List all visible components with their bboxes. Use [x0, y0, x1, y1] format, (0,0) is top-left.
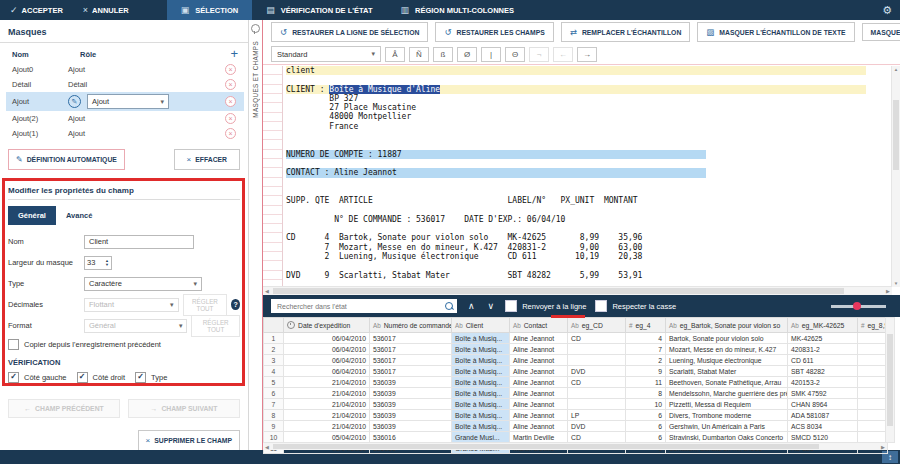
cell[interactable] [568, 399, 626, 410]
cell[interactable] [858, 388, 888, 399]
case-option[interactable]: Respecter la casse [595, 300, 676, 312]
scroll-up-icon[interactable]: ▲ [892, 67, 900, 72]
add-mask-button[interactable]: + [230, 49, 244, 59]
trap-button-[interactable]: Ø [457, 47, 477, 62]
tab-s-lection[interactable]: ▣SÉLECTION [167, 0, 252, 20]
cell[interactable]: Aline Jeannot [510, 366, 568, 377]
cell[interactable] [858, 344, 888, 355]
cell[interactable]: 536016 [370, 432, 452, 443]
cell[interactable] [568, 344, 626, 355]
masque-d-effacement-dropdown[interactable]: MASQUE D'EFFACEMENT▾ [862, 23, 900, 41]
column-header-eg-4[interactable]: #eg_4 [626, 318, 666, 333]
search-box[interactable] [271, 299, 457, 313]
restaurer-la-ligne-de-s-lection-button[interactable]: ↺RESTAURER LA LIGNE DE SÉLECTION [271, 22, 428, 42]
cell[interactable] [858, 377, 888, 388]
cell[interactable]: Grande Musi... [452, 432, 510, 443]
search-input[interactable] [275, 302, 445, 311]
trap-button-[interactable]: | [481, 47, 501, 62]
column-header-client[interactable]: AbClient [452, 318, 510, 333]
column-header-date-d-exp-dition[interactable]: Date d'expédition [284, 318, 370, 333]
trap-button-[interactable]: Θ [505, 47, 525, 62]
table-row[interactable]: 521/04/2010536039Boîte à Musiq...Aline J… [264, 377, 888, 388]
search-previous-button[interactable]: ∧ [466, 301, 477, 311]
cell[interactable]: 536039 [370, 399, 452, 410]
table-row[interactable]: 621/04/2010536039Boîte à Musiq...Aline J… [264, 388, 888, 399]
verification-checkbox[interactable] [8, 372, 19, 383]
cell[interactable]: Aline Jeannot [510, 421, 568, 432]
cell[interactable]: Aline Jeannot [510, 355, 568, 366]
trap-button-[interactable]: → [577, 47, 597, 62]
cell[interactable]: Aline Jeannot [510, 333, 568, 344]
scroll-left-icon[interactable]: ◀ [263, 444, 271, 450]
data-table[interactable]: Date d'expéditionAbNuméro de commandeAbC… [263, 317, 888, 454]
cell[interactable]: SMCD 5120 [788, 432, 858, 443]
cell[interactable]: CD [568, 377, 626, 388]
verification-option[interactable]: Type [135, 371, 167, 383]
mask-row[interactable]: Ajout0Ajout× [6, 62, 244, 77]
trap-button-[interactable]: ß [433, 47, 453, 62]
wrap-option[interactable]: Renvoyer à la ligne [505, 300, 586, 312]
cell[interactable]: DVD [568, 421, 626, 432]
cell[interactable]: 536017 [370, 355, 452, 366]
trap-button-[interactable]: Ñ [409, 47, 429, 62]
table-row[interactable]: 406/04/2010536017Boîte à Musiq...Aline J… [264, 366, 888, 377]
column-header-num-ro-de-commande[interactable]: AbNuméro de commande [370, 318, 452, 333]
cell[interactable]: 6 [626, 421, 666, 432]
report-horizontal-scrollbar[interactable]: ◀ ▶ [263, 286, 892, 295]
cell[interactable]: MK-42625 [788, 333, 858, 344]
cell[interactable]: 6 [626, 410, 666, 421]
column-header-eg-mk-42625[interactable]: Abeg_MK-42625 [788, 318, 858, 333]
accept-button[interactable]: ✓ ACCEPTER [0, 0, 73, 20]
report-vertical-scrollbar[interactable]: ▲ ▼ [891, 66, 900, 287]
delete-field-button[interactable]: × SUPPRIMER LE CHAMP [138, 430, 240, 450]
cell[interactable]: Stravinski, Dumbarton Oaks Concerto [666, 432, 788, 443]
delete-mask-icon[interactable]: × [225, 64, 236, 75]
cell[interactable]: SMK 47592 [788, 388, 858, 399]
type-select[interactable]: Caractère ▾ [84, 277, 202, 291]
cell[interactable]: 420153-2 [788, 377, 858, 388]
name-field[interactable]: Client [84, 235, 194, 249]
trap-preset-select[interactable]: Standard ▾ [271, 46, 381, 62]
help-icon[interactable]: ? [231, 299, 240, 310]
mask-row[interactable]: Ajout✎Ajout▾× [6, 92, 244, 111]
cell[interactable]: 2 [626, 355, 666, 366]
cell[interactable]: Boîte à Musiq... [452, 355, 510, 366]
cell[interactable]: 11 [626, 377, 666, 388]
table-row[interactable]: 206/04/2010536017Boîte à Musiq...Aline J… [264, 344, 888, 355]
masquer-l-chantillon-de-texte-button[interactable]: ▨MASQUER L'ÉCHANTILLON DE TEXTE [697, 22, 854, 42]
column-header-contact[interactable]: AbContact [510, 318, 568, 333]
cancel-button[interactable]: × ANNULER [73, 0, 139, 20]
search-next-button[interactable]: ∨ [486, 301, 497, 311]
cell[interactable] [858, 399, 888, 410]
cell[interactable]: Bartok, Sonate pour violon solo [666, 333, 788, 344]
scroll-left-icon[interactable]: ◀ [263, 288, 271, 294]
cell[interactable]: 536039 [370, 421, 452, 432]
cell[interactable]: Aline Jeannot [510, 399, 568, 410]
cell[interactable]: Boîte à Musiq... [452, 333, 510, 344]
tab-v-rification-de-l-tat[interactable]: ▤VÉRIFICATION DE L'ÉTAT [252, 0, 386, 20]
case-checkbox[interactable] [595, 300, 607, 312]
cell[interactable]: 536039 [370, 410, 452, 421]
auto-define-button[interactable]: ✎ DÉFINITION AUTOMATIQUE [8, 149, 125, 170]
cell[interactable]: 536039 [370, 377, 452, 388]
cell[interactable]: Pizzetti, Messa di Requiem [666, 399, 788, 410]
restaurer-les-champs-button[interactable]: ↺RESTAURER LES CHAMPS [435, 22, 553, 42]
trap-button-[interactable]: Å [385, 47, 405, 62]
cell[interactable]: Luening, Musique électronique [666, 355, 788, 366]
stepper-arrows-icon[interactable]: ▲▼ [105, 259, 109, 267]
column-header-eg-cd[interactable]: Abeg_CD [568, 318, 626, 333]
cell[interactable]: Aline Jeannot [510, 410, 568, 421]
cell[interactable] [858, 355, 888, 366]
mask-role-select[interactable]: Ajout▾ [87, 94, 169, 109]
scroll-down-icon[interactable]: ▼ [892, 281, 900, 286]
cell[interactable]: Aline Jeannot [510, 344, 568, 355]
verification-option[interactable]: Côté droit [77, 371, 126, 383]
report-text[interactable]: client CLIENT : Boîte à Musique d'Aline … [263, 66, 892, 287]
cell[interactable]: Divers, Trombone moderne [666, 410, 788, 421]
cell[interactable]: 21/04/2010 [284, 388, 370, 399]
slider-thumb[interactable] [853, 302, 861, 310]
cell[interactable]: Boîte à Musiq... [452, 377, 510, 388]
cell[interactable]: Gershwin, Un Américain à Paris [666, 421, 788, 432]
scroll-right-icon[interactable]: ▶ [879, 444, 887, 450]
cell[interactable]: 8 [626, 388, 666, 399]
